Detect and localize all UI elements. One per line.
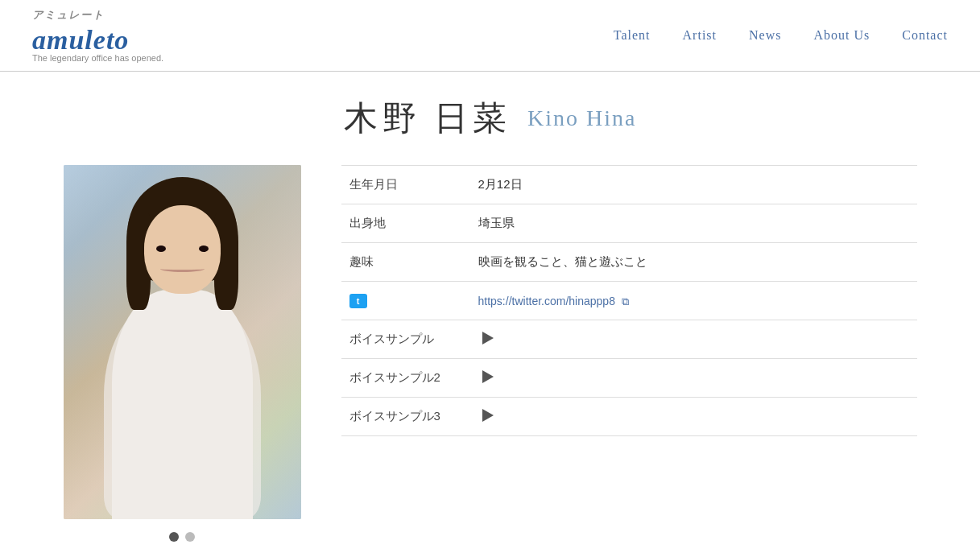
label-birthday: 生年月日 (341, 166, 470, 204)
nav-artist[interactable]: Artist (683, 28, 717, 43)
twitter-icon: t (349, 294, 367, 308)
info-table: 生年月日 2月12日 出身地 埼玉県 趣味 映画を観ること、猫と遊ぶこと t (341, 165, 917, 436)
value-hobbies: 映画を観ること、猫と遊ぶこと (470, 243, 917, 282)
photo-dots (169, 532, 195, 542)
dot-1[interactable] (169, 532, 179, 542)
site-header: アミュレート amuleto The legendary office has … (0, 0, 980, 72)
talent-name-jp: 木野 日菜 (344, 96, 512, 141)
table-row: 趣味 映画を観ること、猫と遊ぶこと (341, 243, 917, 282)
table-row-voice2: ボイスサンプル2 (341, 359, 917, 398)
label-birthplace: 出身地 (341, 204, 470, 243)
twitter-link-cell: https://twitter.com/hinappp8 ⧉ (470, 282, 917, 320)
play-voice2-cell (470, 359, 917, 398)
play-voice3-cell (470, 398, 917, 436)
label-voice3: ボイスサンプル3 (341, 398, 470, 436)
logo[interactable]: アミュレート amuleto (32, 8, 163, 56)
value-birthday: 2月12日 (470, 166, 917, 204)
nav-talent[interactable]: Talent (614, 28, 651, 43)
nav-about-us[interactable]: About Us (813, 28, 870, 43)
table-row-voice1: ボイスサンプル (341, 320, 917, 359)
dot-2[interactable] (185, 532, 195, 542)
talent-name-en: Kino Hina (527, 105, 636, 131)
play-voice3-button[interactable] (482, 409, 494, 422)
main-nav: Talent Artist News About Us Contact (614, 28, 948, 43)
page-title: 木野 日菜 Kino Hina (64, 96, 917, 141)
external-link-icon: ⧉ (622, 295, 629, 308)
play-voice1-cell (470, 320, 917, 359)
twitter-link[interactable]: https://twitter.com/hinappp8 (478, 295, 615, 307)
photo-container (64, 165, 301, 542)
profile-area: 生年月日 2月12日 出身地 埼玉県 趣味 映画を観ること、猫と遊ぶこと t (64, 165, 917, 542)
twitter-icon-cell: t (341, 282, 470, 320)
talent-photo (64, 165, 301, 519)
main-content: 木野 日菜 Kino Hina (48, 72, 933, 557)
value-birthplace: 埼玉県 (470, 204, 917, 243)
table-row-voice3: ボイスサンプル3 (341, 398, 917, 436)
label-hobbies: 趣味 (341, 243, 470, 282)
table-row: 出身地 埼玉県 (341, 204, 917, 243)
logo-subtitle: The legendary office has opened. (32, 53, 163, 63)
play-voice1-button[interactable] (482, 332, 494, 345)
info-section: 生年月日 2月12日 出身地 埼玉県 趣味 映画を観ること、猫と遊ぶこと t (341, 165, 917, 436)
label-voice2: ボイスサンプル2 (341, 359, 470, 398)
table-row: 生年月日 2月12日 (341, 166, 917, 204)
label-voice1: ボイスサンプル (341, 320, 470, 359)
nav-contact[interactable]: Contact (902, 28, 948, 43)
table-row-twitter: t https://twitter.com/hinappp8 ⧉ (341, 282, 917, 320)
logo-area: アミュレート amuleto The legendary office has … (32, 8, 163, 63)
nav-news[interactable]: News (749, 28, 781, 43)
play-voice2-button[interactable] (482, 370, 494, 383)
